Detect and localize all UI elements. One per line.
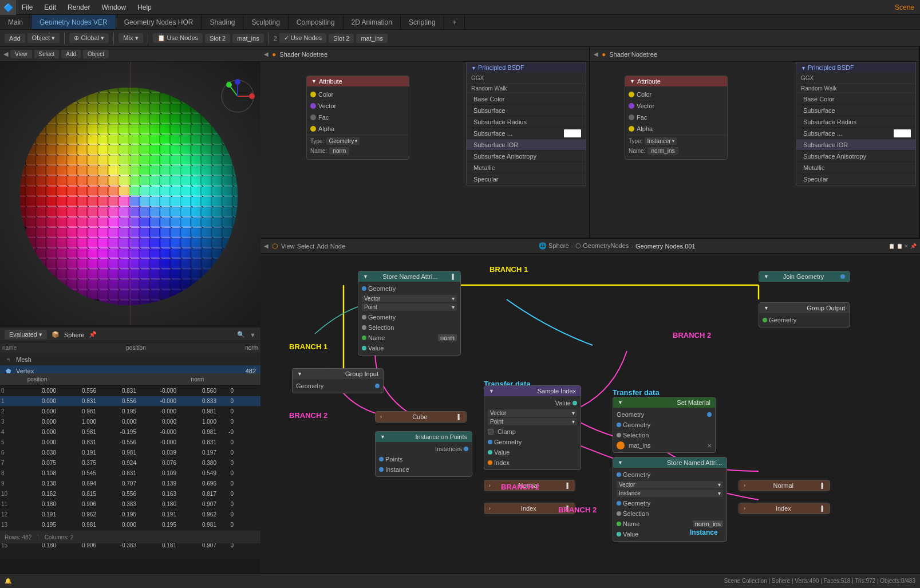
table-row[interactable]: 100.1620.8150.5560.1630.8170 xyxy=(0,489,260,499)
tab-gn-ver[interactable]: Geometry Nodes VER xyxy=(31,15,116,29)
toolbar-use-nodes-2[interactable]: ✓ Use Nodes xyxy=(279,33,326,43)
table-row[interactable]: 110.1800.9060.3830.1800.9070 xyxy=(0,499,260,510)
gn-bc-geonodes[interactable]: ⬡ GeometryNodes xyxy=(575,242,629,250)
sample-index-node: ▼ Sample Index Value Vector▾ xyxy=(484,385,581,470)
si-point-dropdown[interactable]: Point▾ xyxy=(488,418,577,425)
vp-btn-add[interactable]: Add xyxy=(61,50,81,58)
menu-render[interactable]: Render xyxy=(62,0,96,14)
bsdf-2-specular: Specular xyxy=(796,173,915,185)
gn-nav-view[interactable]: View xyxy=(281,243,295,250)
attr-name-input-1[interactable]: norm xyxy=(329,147,349,155)
gn-bc-current: Geometry Nodes.001 xyxy=(635,243,696,250)
attr2-color-socket xyxy=(629,92,634,97)
sphere-viewport[interactable]: X Y Z xyxy=(0,62,260,325)
menu-window[interactable]: Window xyxy=(96,0,132,14)
gn-bc-sphere[interactable]: 🌐 Sphere xyxy=(539,242,569,250)
attr-fac-row: Fac xyxy=(307,112,409,123)
table-row[interactable]: 90.1380.6940.7070.1390.6960 xyxy=(0,479,260,489)
gn-nav-node[interactable]: Node xyxy=(330,243,345,250)
attr2-name-input[interactable]: norm_ins xyxy=(647,147,678,155)
gn-nav-add[interactable]: Add xyxy=(317,243,328,250)
sna-name-value[interactable]: norm xyxy=(438,334,457,341)
iop-header: ▼ Instance on Points xyxy=(376,432,472,442)
table-row[interactable]: 80.1080.5450.8310.1090.5490 xyxy=(0,468,260,479)
toolbar-transform-global[interactable]: ⊕ Global ▾ xyxy=(69,33,109,43)
sna-sel-socket xyxy=(362,315,366,319)
bsdf-1-header: ▼ Principled BSDF xyxy=(467,62,586,73)
table-row[interactable]: 70.0750.3750.9240.0760.3800 xyxy=(0,458,260,468)
iop-instances-socket xyxy=(464,447,468,451)
sna-sel-sock xyxy=(362,325,366,330)
table-row[interactable]: 20.0000.9810.195-0.0000.9810 xyxy=(0,407,260,417)
node-editor-area: ◀ ● Shader Nodetree ▼ Attribute Color xyxy=(260,47,920,573)
toolbar-mat[interactable]: mat_ins xyxy=(232,34,264,43)
sna-sel-row: Selection xyxy=(358,322,460,333)
vp-btn-view[interactable]: View xyxy=(10,50,32,58)
app-logo: 🔷 xyxy=(0,0,16,15)
table-row[interactable]: 00.0000.5560.831-0.0000.5600 xyxy=(0,386,260,396)
tab-sculpting[interactable]: Sculpting xyxy=(243,15,288,29)
sm-mat-clear[interactable]: ✕ xyxy=(707,443,712,449)
sna-point-dropdown[interactable]: Point▾ xyxy=(362,303,457,311)
tab-gn-hor[interactable]: Geometry Nodes HOR xyxy=(116,15,202,29)
bsdf-2-subsurface: Subsurface xyxy=(796,105,915,116)
gn-editor: ◀ ⬡ View Select Add Node 🌐 Sphere › ⬡ Ge… xyxy=(260,239,920,573)
toolbar-object[interactable]: Object ▾ xyxy=(27,33,60,43)
bsdf-1-ssrad: Subsurface Radius xyxy=(467,116,586,128)
tab-add[interactable]: + xyxy=(444,15,465,29)
gn-canvas[interactable]: BRANCH 1 ▼ Store Named Attri... ▌ Geomet… xyxy=(260,254,920,573)
viewport-gizmo[interactable]: X Y Z xyxy=(220,79,255,113)
gn-header-icons[interactable]: 📋 📋 ✕ 📌 xyxy=(889,243,917,249)
go-geom-socket xyxy=(763,318,767,322)
sm-geom-socket xyxy=(707,412,712,417)
sna-vector-dropdown[interactable]: Vector▾ xyxy=(362,295,457,302)
toolbar-slot-2[interactable]: Slot 2 xyxy=(329,34,354,43)
viewport-header: ◀ View Select Add Object xyxy=(0,47,260,62)
sna2-sel-socket xyxy=(617,511,621,516)
sna2-sel-row: Selection xyxy=(613,508,726,519)
stats-evaluated-btn[interactable]: Evaluated ▾ xyxy=(5,330,47,340)
table-row[interactable]: 50.0000.831-0.556-0.0000.8310 xyxy=(0,437,260,448)
sna2-instance-dropdown[interactable]: Instance▾ xyxy=(617,490,723,497)
attr2-type-dropdown[interactable]: Instancer ▾ xyxy=(645,137,676,145)
toolbar-slot[interactable]: Slot 2 xyxy=(205,34,230,43)
menu-edit[interactable]: Edit xyxy=(38,0,62,14)
toolbar-use-nodes[interactable]: 📋 Use Nodes xyxy=(153,33,203,43)
vp-btn-object[interactable]: Object xyxy=(83,50,109,58)
iop-instance-row: Instance xyxy=(376,464,472,475)
vp-btn-select[interactable]: Select xyxy=(34,50,60,58)
table-row[interactable]: 120.1910.9620.1950.1910.9620 xyxy=(0,510,260,520)
sna-geom-out: Geometry xyxy=(358,312,460,322)
table-row[interactable]: 10.0000.8310.556-0.0000.8330 xyxy=(0,396,260,407)
set-mat-header: ▼ Set Material xyxy=(613,397,715,408)
menu-file[interactable]: File xyxy=(16,0,38,14)
tab-main[interactable]: Main xyxy=(0,15,31,29)
attribute-node-1-body: Color Vector Fac Alpha xyxy=(307,86,409,159)
table-row[interactable]: 60.0380.1910.9810.0390.1970 xyxy=(0,448,260,458)
table-row[interactable]: 30.0001.0000.0000.0001.0000 xyxy=(0,417,260,427)
toolbar-mix[interactable]: Mix ▾ xyxy=(119,33,143,43)
toolbar-add[interactable]: Add xyxy=(5,34,25,43)
gn-nav-select[interactable]: Select xyxy=(297,243,315,250)
table-row[interactable]: 130.1950.9810.0000.1950.9810 xyxy=(0,520,260,530)
sna-geom-in: Geometry xyxy=(358,283,460,294)
tab-scripting[interactable]: Scripting xyxy=(401,15,444,29)
attr-type-dropdown[interactable]: Geometry ▾ xyxy=(326,137,360,145)
toolbar-mat-2[interactable]: mat_ins xyxy=(356,34,388,43)
bsdf-2-header: ▼ Principled BSDF xyxy=(796,62,915,73)
table-row[interactable]: 40.0000.981-0.195-0.0000.981-0 xyxy=(0,427,260,437)
sna2-vector-dropdown[interactable]: Vector▾ xyxy=(617,481,723,488)
toolbar: Add Object ▾ ⊕ Global ▾ Mix ▾ 📋 Use Node… xyxy=(0,30,920,47)
shader-panel-1-title: Shader Nodetree xyxy=(279,51,327,58)
sna2-name-value[interactable]: norm_ins xyxy=(693,520,723,527)
menu-help[interactable]: Help xyxy=(132,0,157,14)
normal-node-1: › Normal ▌ xyxy=(484,480,575,491)
si-vector-dropdown[interactable]: Vector▾ xyxy=(488,409,577,417)
shader-panels: ◀ ● Shader Nodetree ▼ Attribute Color xyxy=(260,47,920,239)
instance-on-points-node: ▼ Instance on Points Instances Points xyxy=(375,431,472,477)
si-clamp-checkbox[interactable] xyxy=(488,429,493,435)
tab-2d-anim[interactable]: 2D Animation xyxy=(343,15,401,29)
tab-shading[interactable]: Shading xyxy=(202,15,243,29)
index-1-header: › Index ▌ xyxy=(484,503,575,514)
tab-compositing[interactable]: Compositing xyxy=(289,15,343,29)
